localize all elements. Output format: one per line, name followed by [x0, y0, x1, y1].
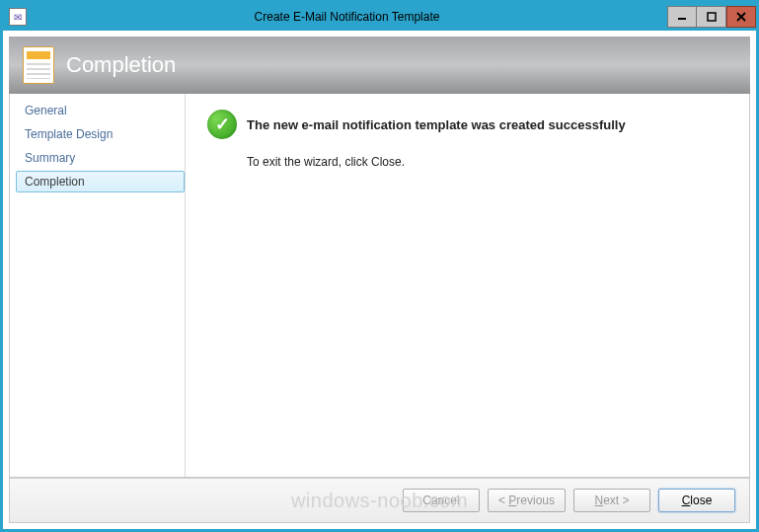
- window-title: Create E-Mail Notification Template: [27, 10, 667, 24]
- svg-rect-1: [708, 13, 716, 21]
- titlebar: ✉ Create E-Mail Notification Template: [3, 3, 756, 31]
- template-icon: [23, 46, 54, 84]
- wizard-banner: Completion: [9, 37, 750, 94]
- next-button: Next >: [573, 489, 650, 512]
- wizard-content: ✓ The new e-mail notification template w…: [186, 94, 749, 477]
- success-icon: ✓: [207, 110, 237, 139]
- close-window-button[interactable]: [726, 6, 756, 28]
- wizard-body: General Template Design Summary Completi…: [9, 94, 750, 478]
- sidebar-item-completion[interactable]: Completion: [16, 171, 185, 192]
- close-button[interactable]: Close: [658, 489, 735, 512]
- banner-title: Completion: [66, 52, 176, 78]
- content-body-text: To exit the wizard, click Close.: [207, 155, 727, 169]
- sidebar-item-general[interactable]: General: [16, 100, 185, 121]
- content-heading: The new e-mail notification template was…: [247, 117, 626, 132]
- sidebar-item-summary[interactable]: Summary: [16, 147, 185, 169]
- wizard-steps-sidebar: General Template Design Summary Completi…: [10, 94, 186, 477]
- window-controls: [667, 6, 756, 28]
- window-body: Completion General Template Design Summa…: [3, 31, 756, 529]
- content-heading-row: ✓ The new e-mail notification template w…: [207, 110, 727, 139]
- cancel-button: Cancel: [403, 489, 480, 512]
- wizard-window: ✉ Create E-Mail Notification Template Co…: [2, 2, 757, 530]
- sidebar-item-template-design[interactable]: Template Design: [16, 123, 185, 145]
- minimize-button[interactable]: [667, 6, 697, 28]
- previous-button: < Previous: [488, 489, 566, 512]
- app-icon: ✉: [9, 8, 27, 26]
- maximize-button[interactable]: [697, 6, 726, 28]
- wizard-footer: windows-noob.com Cancel < Previous Next …: [9, 478, 750, 523]
